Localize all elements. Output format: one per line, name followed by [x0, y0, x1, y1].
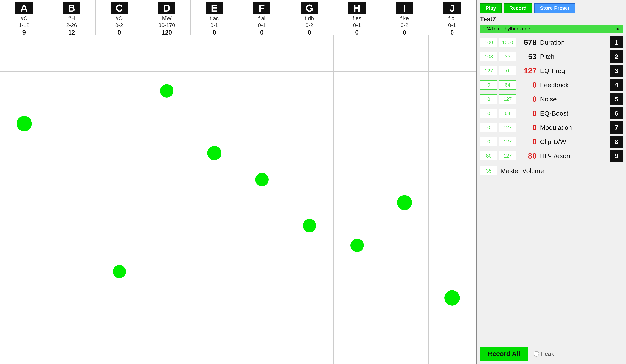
param-row-4: 0640Feedback4	[480, 79, 623, 91]
param-badge-9: 9	[610, 150, 623, 162]
param-badge-5: 5	[610, 93, 623, 105]
param-row-3: 1270127EQ-Freq3	[480, 65, 623, 77]
col-letter-i: I	[396, 2, 413, 14]
grid-h-line	[0, 218, 476, 218]
peak-label: Peak	[541, 351, 554, 357]
param-row-2: 1083353Pitch2	[480, 50, 623, 63]
param-left-box-9: 80	[480, 151, 497, 161]
param-right-box-6: 64	[499, 109, 516, 118]
grid-v-line	[48, 35, 48, 364]
preset-arrow-icon: ►	[616, 26, 620, 32]
param-value-5: 0	[519, 95, 537, 103]
dot-D-1[interactable]	[160, 84, 173, 98]
col-label-d: MW30-170	[158, 15, 175, 29]
col-header-b: B#H2-2612	[48, 0, 96, 34]
param-row-6: 0640EQ-Boost6	[480, 107, 623, 119]
record-button[interactable]: Record	[504, 3, 532, 13]
param-right-box-7: 127	[499, 123, 516, 132]
param-row-7: 01270Modulation7	[480, 121, 623, 133]
param-badge-3: 3	[610, 65, 623, 77]
top-buttons: Play Record Store Preset	[480, 3, 623, 13]
dot-F-1[interactable]	[255, 173, 269, 186]
params-container: 1001000678Duration11083353Pitch21270127E…	[480, 36, 623, 164]
param-left-box-1: 100	[480, 38, 497, 47]
grid-h-line	[0, 108, 476, 108]
param-name-8: Clip-D/W	[540, 138, 608, 145]
param-name-4: Feedback	[540, 81, 608, 89]
param-badge-7: 7	[610, 121, 623, 133]
col-letter-e: E	[206, 2, 223, 14]
play-button[interactable]: Play	[480, 3, 502, 13]
grid-v-line	[333, 35, 334, 364]
dot-I-1[interactable]	[397, 195, 412, 210]
dot-J-1[interactable]	[444, 290, 460, 305]
param-left-box-7: 0	[480, 123, 497, 132]
grid-v-line	[428, 35, 429, 364]
param-value-7: 0	[519, 123, 537, 132]
param-left-box-5: 0	[480, 95, 497, 104]
param-name-7: Modulation	[540, 124, 608, 131]
param-left-box-4: 0	[480, 80, 497, 90]
param-row-8: 01270Clip-D/W8	[480, 135, 623, 148]
col-label-g: f.db0-2	[305, 15, 314, 29]
param-name-2: Pitch	[540, 53, 608, 60]
col-letter-c: C	[111, 2, 128, 14]
param-left-box-6: 0	[480, 109, 497, 118]
grid-h-line	[0, 144, 476, 145]
grid-v-line	[286, 35, 286, 364]
col-letter-d: D	[158, 2, 175, 14]
param-right-box-8: 127	[499, 137, 516, 146]
param-left-box-2: 108	[480, 52, 497, 61]
col-letter-a: A	[15, 2, 33, 14]
column-headers: A#C1-129B#H2-2612C#O0-20DMW30-170120Ef.a…	[0, 0, 476, 35]
param-right-box-2: 33	[499, 52, 516, 61]
param-right-box-9: 127	[499, 151, 516, 161]
dot-H-1[interactable]	[351, 239, 364, 252]
param-row-1: 1001000678Duration1	[480, 36, 623, 48]
col-label-h: f.es0-1	[352, 15, 361, 29]
master-volume-value: 35	[480, 166, 497, 175]
dot-E-1[interactable]	[207, 146, 222, 160]
dot-A-1[interactable]	[16, 116, 32, 131]
param-badge-2: 2	[610, 50, 623, 63]
col-header-e: Ef.ac0-10	[191, 0, 238, 34]
col-header-j: Jf.ol0-10	[428, 0, 476, 34]
master-volume-row: 35 Master Volume	[480, 165, 623, 176]
preset-bar[interactable]: 124Trimethylbenzene ►	[480, 25, 623, 33]
grid-h-line	[0, 327, 476, 327]
record-all-button[interactable]: Record All	[480, 347, 528, 361]
col-label-i: f.ke0-2	[400, 15, 409, 29]
col-label-a: #C1-12	[19, 15, 29, 29]
param-row-5: 01270Noise5	[480, 93, 623, 105]
peak-circle-icon	[534, 351, 539, 357]
param-badge-4: 4	[610, 79, 623, 91]
dot-C-1[interactable]	[113, 265, 126, 278]
param-name-6: EQ-Boost	[540, 110, 608, 117]
param-right-box-5: 127	[499, 95, 516, 104]
bottom-row: Record All Peak	[480, 347, 623, 361]
col-label-c: #O0-2	[115, 15, 123, 29]
param-badge-6: 6	[610, 107, 623, 119]
preset-name: Test7	[480, 16, 623, 23]
grid-body	[0, 35, 476, 364]
param-value-2: 53	[519, 52, 537, 61]
col-header-a: A#C1-129	[0, 0, 48, 34]
store-preset-button[interactable]: Store Preset	[535, 3, 575, 13]
dot-G-1[interactable]	[303, 219, 316, 232]
param-value-4: 0	[519, 81, 537, 89]
param-right-box-4: 64	[499, 80, 516, 90]
param-name-3: EQ-Freq	[540, 67, 608, 75]
col-letter-g: G	[301, 2, 318, 14]
param-badge-8: 8	[610, 135, 623, 148]
preset-current: 124Trimethylbenzene	[482, 26, 530, 32]
peak-indicator: Peak	[534, 351, 554, 357]
param-value-6: 0	[519, 109, 537, 118]
col-header-d: DMW30-170120	[143, 0, 191, 34]
col-header-g: Gf.db0-20	[286, 0, 333, 34]
grid-v-line	[191, 35, 191, 364]
col-label-j: f.ol0-1	[448, 15, 456, 29]
grid-h-line	[0, 291, 476, 291]
col-letter-h: H	[348, 2, 366, 14]
col-letter-f: F	[253, 2, 270, 14]
col-label-f: f.al0-1	[258, 15, 266, 29]
